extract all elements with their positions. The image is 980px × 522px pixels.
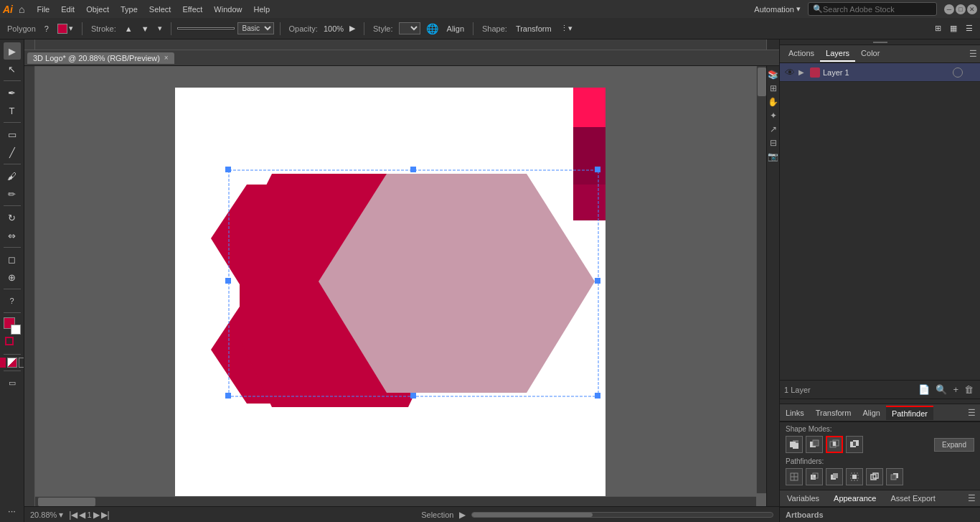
hand-icon[interactable]: ✋ — [768, 96, 779, 108]
layer-expand-arrow[interactable]: ▶ — [798, 68, 807, 76]
none-icon[interactable] — [19, 358, 25, 368]
menu-file[interactable]: File — [32, 4, 55, 15]
close-button[interactable]: ✕ — [967, 4, 977, 14]
more-button[interactable]: ··· — [4, 502, 21, 519]
minimize-button[interactable]: ─ — [944, 4, 954, 14]
transform-more[interactable]: ⋮▾ — [557, 22, 575, 34]
grid-view-button[interactable]: ⊞ — [932, 22, 944, 34]
footer-tabs-menu[interactable]: ☰ — [963, 493, 980, 503]
next-page-btn[interactable]: ▶ — [93, 510, 100, 520]
help-button[interactable]: ? — [42, 23, 52, 34]
first-page-btn[interactable]: |◀ — [69, 510, 77, 520]
maximize-button[interactable]: □ — [956, 4, 966, 14]
menu-effect[interactable]: Effect — [177, 4, 207, 15]
menu-right-button[interactable]: ☰ — [963, 22, 976, 34]
gradient-icon[interactable] — [7, 358, 17, 368]
vertical-scrollbar[interactable] — [756, 66, 766, 493]
menu-help[interactable]: Help — [248, 4, 275, 15]
paintbrush-tool[interactable]: 🖌 — [4, 167, 21, 185]
trim-button[interactable] — [806, 468, 823, 485]
transform-tab[interactable]: Transform — [810, 406, 857, 419]
background-color[interactable] — [11, 325, 21, 335]
crop-button[interactable] — [846, 468, 863, 485]
expand-button[interactable]: Expand — [934, 438, 974, 452]
opacity-expand[interactable]: ▶ — [347, 22, 358, 34]
panel-button[interactable]: ▦ — [947, 22, 960, 34]
panel-collapse-bar[interactable] — [780, 39, 980, 45]
stroke-weight-down[interactable]: ▼ — [138, 23, 152, 34]
stroke-style-select[interactable]: Basic — [237, 22, 274, 34]
align-button[interactable]: Align — [444, 23, 467, 34]
status-arrow[interactable]: ▶ — [459, 510, 466, 520]
intersect-button[interactable] — [826, 436, 843, 453]
selection-tool[interactable]: ▶ — [4, 42, 21, 60]
horizontal-scrollbar[interactable] — [35, 496, 756, 506]
last-page-btn[interactable]: ▶| — [101, 510, 110, 520]
line-tool[interactable]: ╱ — [4, 144, 21, 161]
home-icon[interactable]: ⌂ — [19, 4, 24, 15]
pathfinder-tab[interactable]: Pathfinder — [886, 406, 933, 420]
fill-icon[interactable] — [0, 358, 6, 368]
rectangle-tool[interactable]: ▭ — [4, 126, 21, 143]
library-icon[interactable]: 📚 — [768, 69, 779, 80]
share-icon[interactable]: ↗ — [768, 123, 779, 135]
minus-front-button[interactable] — [806, 436, 823, 453]
menu-window[interactable]: Window — [209, 4, 247, 15]
layer-target-icon[interactable] — [953, 67, 963, 78]
type-tool[interactable]: T — [4, 102, 21, 119]
menu-type[interactable]: Type — [116, 4, 143, 15]
layer-visibility-icon[interactable]: 👁 — [784, 67, 796, 78]
eraser-tool[interactable]: ◻ — [4, 251, 21, 268]
scrollbar-h2[interactable] — [471, 512, 773, 518]
style-select[interactable] — [399, 22, 420, 34]
stroke-color-button[interactable]: ▾ — [55, 22, 76, 35]
camera-icon[interactable]: 📷 — [768, 151, 779, 162]
menu-edit[interactable]: Edit — [56, 4, 80, 15]
more-tools[interactable]: ··· — [4, 499, 21, 519]
new-layer-button[interactable]: + — [951, 383, 961, 396]
asset-export-tab[interactable]: Asset Export — [883, 492, 942, 505]
merge-button[interactable] — [826, 468, 843, 485]
automation-button[interactable]: Automation ▾ — [748, 4, 806, 14]
zoom-tool[interactable]: ⊕ — [4, 269, 21, 286]
grid-icon[interactable]: ⊞ — [768, 83, 779, 94]
pencil-tool[interactable]: ✏ — [4, 185, 21, 202]
stroke-icon[interactable] — [5, 337, 14, 345]
prev-page-btn[interactable]: ◀ — [79, 510, 85, 520]
document-tab[interactable]: 3D Logo* @ 20.88% (RGB/Preview) × — [27, 52, 174, 64]
direct-selection-tool[interactable]: ↖ — [4, 60, 21, 78]
screen-mode[interactable]: ▭ — [4, 374, 21, 391]
pathfinder-panel-menu[interactable]: ☰ — [963, 408, 980, 418]
tab-layers[interactable]: Layers — [820, 46, 855, 62]
canvas-container[interactable] — [35, 66, 766, 506]
adobe-stock-search[interactable]: 🔍 — [808, 2, 937, 16]
search-layer-button[interactable]: 🔍 — [933, 383, 949, 396]
panel-menu-icon[interactable]: ☰ — [969, 49, 977, 59]
menu-object[interactable]: Object — [81, 4, 114, 15]
add-layer-button[interactable]: 📄 — [916, 383, 932, 396]
help-tool[interactable]: ? — [4, 292, 21, 309]
divide-button[interactable] — [786, 468, 803, 485]
exclude-button[interactable] — [846, 436, 863, 453]
tab-color[interactable]: Color — [855, 46, 885, 62]
search-input[interactable] — [823, 5, 923, 14]
appearance-tab[interactable]: Appearance — [826, 492, 883, 505]
stroke-weight-up[interactable]: ▲ — [122, 23, 136, 34]
scrollbar-thumb-h[interactable] — [38, 498, 95, 506]
links-tab[interactable]: Links — [780, 406, 810, 419]
stroke-select[interactable]: ▾ — [155, 22, 165, 34]
unite-button[interactable] — [786, 436, 803, 453]
transform-button[interactable]: Transform — [513, 23, 555, 34]
pen-tool[interactable]: ✒ — [4, 84, 21, 101]
align-tab[interactable]: Align — [857, 406, 885, 419]
delete-layer-button[interactable]: 🗑 — [962, 383, 976, 396]
tab-close-button[interactable]: × — [164, 54, 169, 62]
panel-toggle-icon[interactable]: ⊟ — [768, 137, 779, 149]
layer-item[interactable]: 👁 ▶ Layer 1 — [780, 63, 980, 82]
menu-select[interactable]: Select — [144, 4, 176, 15]
scrollbar-thumb2[interactable] — [472, 513, 592, 517]
globe-button[interactable]: 🌐 — [423, 22, 441, 36]
puppet-icon[interactable]: ✦ — [768, 110, 779, 121]
scrollbar-thumb-v[interactable] — [758, 67, 766, 96]
zoom-dropdown[interactable]: ▾ — [59, 510, 63, 520]
